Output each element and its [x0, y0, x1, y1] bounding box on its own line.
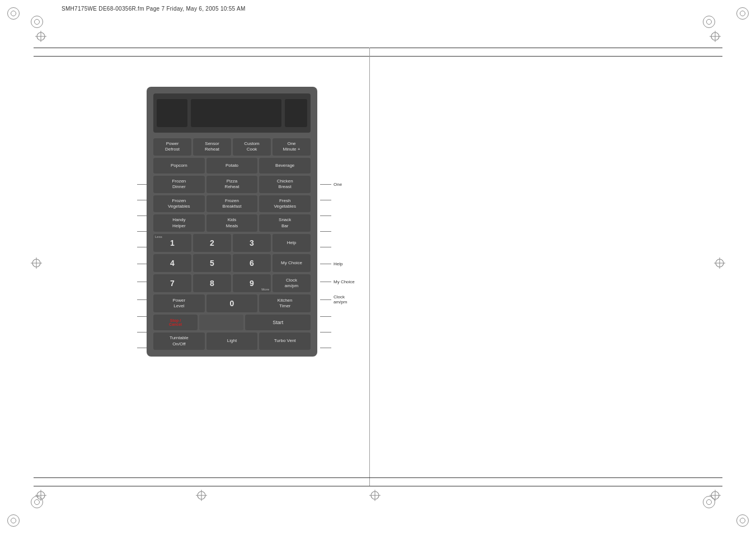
microwave-panel: PowerDefrost SensorReheat CustomCook One…	[147, 87, 317, 357]
button-row-1: PowerDefrost SensorReheat CustomCook One…	[153, 138, 311, 156]
file-header: SMH7175WE DE68-00356R.fm Page 7 Friday, …	[62, 6, 246, 12]
num-1-button[interactable]: Less 1	[153, 234, 191, 252]
bottom-row-1: Stop /Cancel Start	[153, 315, 311, 330]
blank-button	[199, 315, 243, 330]
annotation-one-minute: One	[334, 182, 342, 187]
num-3-button[interactable]: 3	[233, 234, 271, 252]
num-6-button[interactable]: 6	[233, 254, 271, 272]
display-large	[191, 99, 281, 127]
display-small	[157, 99, 187, 127]
potato-button[interactable]: Potato	[206, 158, 258, 174]
center-divider	[369, 48, 370, 486]
kitchen-timer-button[interactable]: KitchenTimer	[259, 294, 311, 312]
my-choice-button[interactable]: My Choice	[273, 254, 311, 272]
num-4-button[interactable]: 4	[153, 254, 191, 272]
registration-mark-mr	[714, 257, 725, 269]
sensor-reheat-button[interactable]: SensorReheat	[193, 138, 231, 156]
pizza-reheat-button[interactable]: PizzaReheat	[206, 176, 258, 193]
number-row-2: 4 5 6 My Choice	[153, 254, 311, 272]
registration-mark-br	[710, 490, 721, 501]
registration-mark-bl	[35, 490, 46, 501]
beverage-button[interactable]: Beverage	[259, 158, 311, 174]
snack-bar-button[interactable]: SnackBar	[259, 214, 311, 232]
display-screen	[153, 93, 311, 133]
num-0-button[interactable]: 0	[206, 294, 258, 312]
footer-line-top	[34, 486, 722, 486]
bottom-row-2: TurntableOn/Off Light Turbo Vent	[153, 332, 311, 350]
registration-mark-tr	[710, 31, 721, 42]
one-minute-button[interactable]: OneMinute +	[273, 138, 311, 156]
display-square	[285, 99, 307, 127]
footer-line-bottom	[34, 477, 722, 478]
registration-mark-tl	[35, 31, 46, 42]
num-2-button[interactable]: 2	[193, 234, 231, 252]
stop-cancel-button[interactable]: Stop /Cancel	[153, 315, 198, 330]
fresh-vegetables-button[interactable]: FreshVegetables	[259, 195, 311, 213]
button-row-2: Popcorn Potato Beverage	[153, 158, 311, 174]
start-button[interactable]: Start	[245, 315, 311, 330]
handy-helper-button[interactable]: HandyHelper	[153, 214, 205, 232]
number-row-3: 7 8 9 More Clockam/pm	[153, 274, 311, 292]
number-row-1: Less 1 2 3 Help	[153, 234, 311, 252]
num-7-button[interactable]: 7	[153, 274, 191, 292]
annotation-help: Help	[334, 261, 342, 266]
num-8-button[interactable]: 8	[193, 274, 231, 292]
button-row-4: FrozenVegetables FrozenBreakfast FreshVe…	[153, 195, 311, 213]
frozen-breakfast-button[interactable]: FrozenBreakfast	[206, 195, 258, 213]
registration-mark-bc1	[196, 490, 207, 501]
power-defrost-button[interactable]: PowerDefrost	[153, 138, 191, 156]
registration-mark-bc2	[369, 490, 381, 501]
registration-mark-ml	[31, 257, 42, 269]
frozen-dinner-button[interactable]: FrozenDinner	[153, 176, 205, 193]
light-button[interactable]: Light	[206, 332, 258, 350]
chicken-breast-button[interactable]: ChickenBreast	[259, 176, 311, 193]
popcorn-button[interactable]: Popcorn	[153, 158, 205, 174]
turbo-vent-button[interactable]: Turbo Vent	[259, 332, 311, 350]
turntable-button[interactable]: TurntableOn/Off	[153, 332, 205, 350]
frozen-vegetables-button[interactable]: FrozenVegetables	[153, 195, 205, 213]
annotation-clock: Clockam/pm	[334, 294, 347, 305]
power-level-button[interactable]: PowerLevel	[153, 294, 205, 312]
more-label: More	[261, 288, 269, 291]
custom-cook-button[interactable]: CustomCook	[233, 138, 271, 156]
less-label: Less	[155, 235, 162, 238]
clock-ampm-button[interactable]: Clockam/pm	[273, 274, 311, 292]
kids-meals-button[interactable]: KidsMeals	[206, 214, 258, 232]
help-button[interactable]: Help	[273, 234, 311, 252]
annotation-my-choice: My Choice	[334, 279, 355, 284]
number-row-4: PowerLevel 0 KitchenTimer	[153, 294, 311, 312]
button-row-3: FrozenDinner PizzaReheat ChickenBreast	[153, 176, 311, 193]
num-9-button[interactable]: 9 More	[233, 274, 271, 292]
header-line-top	[34, 48, 722, 48]
num-5-button[interactable]: 5	[193, 254, 231, 272]
header-line-bottom	[34, 56, 722, 57]
button-row-5: HandyHelper KidsMeals SnackBar	[153, 214, 311, 232]
